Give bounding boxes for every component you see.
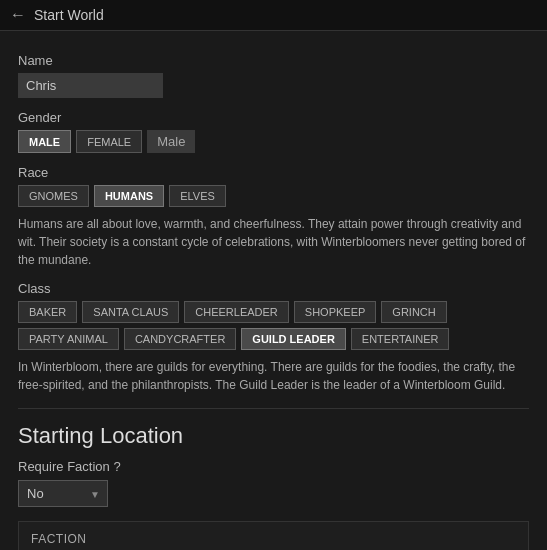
race-button-gnomes[interactable]: GNOMES bbox=[18, 185, 89, 207]
race-button-group: GNOMES HUMANS ELVES bbox=[18, 185, 529, 207]
race-description: Humans are all about love, warmth, and c… bbox=[18, 215, 529, 269]
class-button-santa-claus[interactable]: SANTA CLAUS bbox=[82, 301, 179, 323]
class-button-baker[interactable]: BAKER bbox=[18, 301, 77, 323]
gender-button-group: MALE FEMALE Male bbox=[18, 130, 529, 153]
gender-button-female[interactable]: FEMALE bbox=[76, 130, 142, 153]
page-title: Start World bbox=[34, 7, 104, 23]
race-label: Race bbox=[18, 165, 529, 180]
class-description: In Winterbloom, there are guilds for eve… bbox=[18, 358, 529, 394]
faction-label: Faction bbox=[31, 532, 516, 546]
faction-select-wrapper: No Yes ▼ bbox=[18, 480, 108, 507]
require-faction-label: Require Faction ? bbox=[18, 459, 529, 474]
class-button-entertainer[interactable]: ENTERTAINER bbox=[351, 328, 450, 350]
header: ← Start World bbox=[0, 0, 547, 31]
section-divider bbox=[18, 408, 529, 409]
class-button-group: BAKER SANTA CLAUS CHEERLEADER SHOPKEEP G… bbox=[18, 301, 529, 350]
gender-button-male[interactable]: MALE bbox=[18, 130, 71, 153]
back-button[interactable]: ← bbox=[10, 6, 26, 24]
class-label: Class bbox=[18, 281, 529, 296]
class-button-shopkeep[interactable]: SHOPKEEP bbox=[294, 301, 377, 323]
faction-section: Faction NUTCRACKERS THE LEAGUE OF HOLIDA… bbox=[18, 521, 529, 550]
class-button-candycrafter[interactable]: CANDYCRAFTER bbox=[124, 328, 236, 350]
class-button-cheerleader[interactable]: CHEERLEADER bbox=[184, 301, 289, 323]
class-button-guild-leader[interactable]: GUILD LEADER bbox=[241, 328, 346, 350]
gender-display: Male bbox=[147, 130, 195, 153]
faction-select[interactable]: No Yes bbox=[18, 480, 108, 507]
gender-label: Gender bbox=[18, 110, 529, 125]
starting-location-title: Starting Location bbox=[18, 423, 529, 449]
main-content: Name Gender MALE FEMALE Male Race GNOMES… bbox=[0, 31, 547, 550]
class-button-party-animal[interactable]: PARTY ANIMAL bbox=[18, 328, 119, 350]
race-button-humans[interactable]: HUMANS bbox=[94, 185, 164, 207]
class-button-grinch[interactable]: GRINCH bbox=[381, 301, 446, 323]
name-input[interactable] bbox=[18, 73, 163, 98]
race-button-elves[interactable]: ELVES bbox=[169, 185, 226, 207]
name-label: Name bbox=[18, 53, 529, 68]
